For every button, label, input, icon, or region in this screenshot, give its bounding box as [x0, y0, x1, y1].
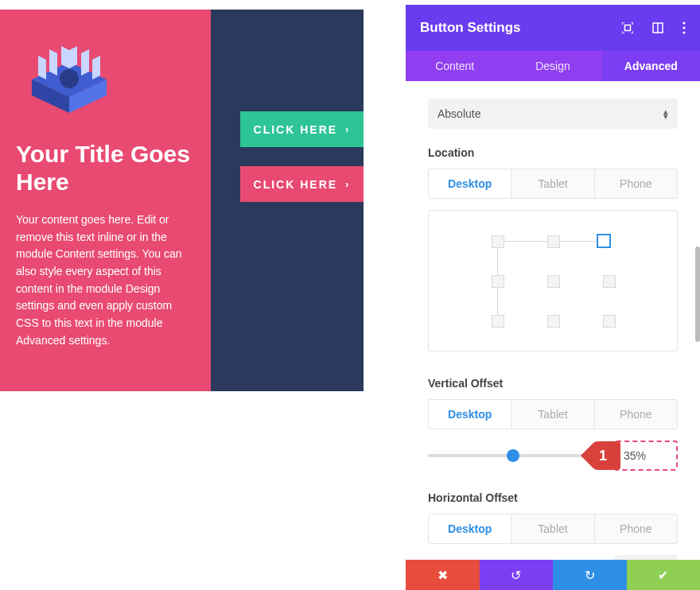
- location-label: Location: [428, 146, 678, 159]
- svg-rect-10: [625, 25, 631, 31]
- voffset-label: Vertical Offset: [428, 377, 678, 390]
- location-device-tabs: Desktop Tablet Phone: [428, 169, 678, 199]
- location-device-desktop[interactable]: Desktop: [428, 169, 511, 199]
- cta-button-2-label: CLICK HERE: [254, 178, 338, 191]
- svg-marker-4: [38, 56, 46, 80]
- anchor-top-right[interactable]: [597, 234, 611, 248]
- tab-advanced[interactable]: Advanced: [602, 51, 700, 81]
- redo-button[interactable]: ↻: [553, 560, 627, 590]
- close-icon: ✖: [438, 568, 448, 583]
- card-body-text[interactable]: Your content goes here. Edit or remove t…: [16, 212, 193, 350]
- svg-point-14: [682, 26, 685, 29]
- svg-marker-6: [92, 56, 100, 80]
- cancel-button[interactable]: ✖: [406, 560, 480, 590]
- preview-canvas: Your Title Goes Here Your content goes h…: [0, 10, 364, 391]
- undo-icon: ↺: [511, 568, 521, 583]
- voffset-device-phone[interactable]: Phone: [595, 399, 678, 429]
- anchor-picker: [428, 210, 678, 351]
- panel-body: Absolute ▴▾ Location Desktop Tablet Phon…: [406, 81, 700, 560]
- voffset-slider-thumb[interactable]: [507, 449, 519, 462]
- chevron-right-icon: ›: [345, 123, 350, 135]
- card-title[interactable]: Your Title Goes Here: [16, 141, 193, 196]
- location-device-phone[interactable]: Phone: [595, 169, 678, 199]
- blurb-module: Your Title Goes Here Your content goes h…: [0, 10, 211, 391]
- location-device-tablet[interactable]: Tablet: [511, 169, 594, 199]
- redo-icon: ↻: [585, 568, 595, 583]
- svg-point-15: [682, 31, 685, 33]
- hoffset-value-input[interactable]: 5%: [614, 555, 678, 560]
- settings-panel: Button Settings Content Design Advanced …: [406, 0, 700, 590]
- anchor-bot-center[interactable]: [547, 315, 560, 328]
- hoffset-device-tablet[interactable]: Tablet: [511, 514, 594, 544]
- expand-icon[interactable]: [622, 21, 633, 34]
- card-illustration: [16, 41, 123, 117]
- cta-button-2[interactable]: CLICK HERE ›: [240, 166, 364, 202]
- voffset-slider[interactable]: [428, 454, 598, 457]
- voffset-value-input[interactable]: 35%: [614, 441, 678, 471]
- anchor-top-left[interactable]: [492, 235, 504, 248]
- cta-button-1-label: CLICK HERE: [254, 123, 338, 136]
- undo-button[interactable]: ↺: [480, 560, 554, 590]
- tab-content[interactable]: Content: [406, 51, 504, 81]
- panel-header: Button Settings: [406, 5, 700, 51]
- svg-marker-8: [61, 46, 69, 68]
- tab-design[interactable]: Design: [504, 51, 601, 81]
- voffset-device-tablet[interactable]: Tablet: [511, 399, 594, 429]
- svg-marker-7: [81, 49, 89, 76]
- anchor-grid: [497, 241, 609, 320]
- save-button[interactable]: ✔: [627, 560, 701, 590]
- panel-title: Button Settings: [420, 20, 622, 36]
- voffset-device-tabs: Desktop Tablet Phone: [428, 399, 678, 429]
- anchor-bot-left[interactable]: [492, 315, 504, 328]
- anchor-top-center[interactable]: [547, 235, 560, 248]
- panel-footer: ✖ ↺ ↻ ✔: [406, 560, 700, 590]
- anchor-mid-right[interactable]: [603, 275, 616, 288]
- anchor-mid-center[interactable]: [547, 275, 560, 288]
- cta-button-1[interactable]: CLICK HERE ›: [240, 111, 364, 147]
- scrollbar-thumb[interactable]: [695, 246, 700, 342]
- svg-marker-9: [69, 46, 77, 68]
- svg-marker-5: [49, 49, 57, 76]
- responsive-icon[interactable]: [652, 21, 663, 34]
- voffset-device-desktop[interactable]: Desktop: [428, 399, 511, 429]
- anchor-mid-left[interactable]: [492, 275, 504, 288]
- position-select[interactable]: Absolute: [428, 99, 678, 129]
- svg-point-13: [682, 21, 685, 24]
- hoffset-device-tabs: Desktop Tablet Phone: [428, 514, 678, 544]
- callout-number: 1: [599, 448, 607, 464]
- hoffset-device-desktop[interactable]: Desktop: [428, 514, 511, 544]
- hoffset-device-phone[interactable]: Phone: [595, 514, 678, 544]
- kebab-menu-icon[interactable]: [682, 21, 686, 34]
- svg-point-3: [60, 69, 79, 88]
- check-icon: ✔: [658, 568, 668, 583]
- chevron-right-icon: ›: [345, 178, 350, 190]
- settings-tabs: Content Design Advanced: [406, 51, 700, 81]
- anchor-bot-right[interactable]: [603, 315, 616, 328]
- preview-pane: Your Title Goes Here Your content goes h…: [0, 0, 406, 429]
- hoffset-label: Horizontal Offset: [428, 491, 678, 504]
